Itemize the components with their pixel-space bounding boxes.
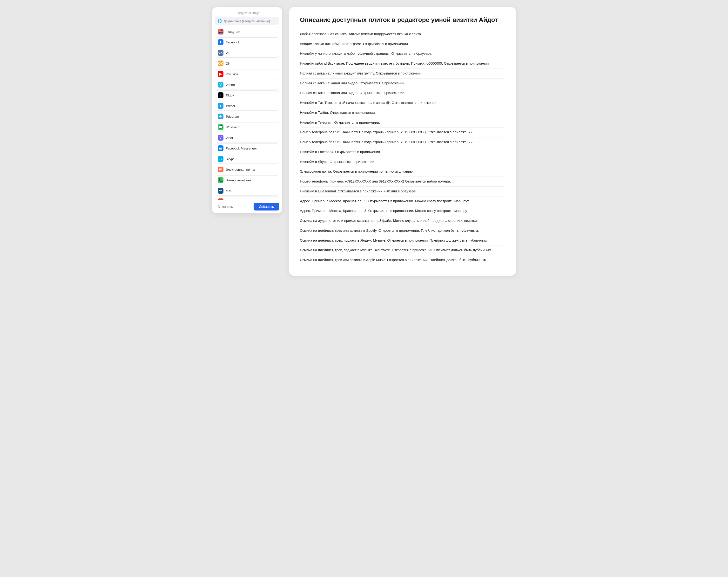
description-text: Никнейм в LiveJournal. Открывается в при…	[300, 189, 505, 194]
lj-icon: ✏	[218, 188, 224, 194]
description-text: Ссылка на плейлист, трек, подкаст в Музы…	[300, 248, 505, 253]
telegram-label: Telegram	[226, 115, 239, 118]
description-row: Ссылка на плейлист, трек или артиста в A…	[300, 255, 505, 265]
list-item-twitter[interactable]: tTwitter	[215, 101, 279, 111]
description-text: Любая произвольная ссылка. Автоматически…	[300, 32, 505, 37]
description-row: Никнейм в Twitter. Открывается в приложе…	[300, 108, 505, 118]
description-text: Полная ссылка на канал или видео. Открыв…	[300, 81, 505, 86]
description-row: Никнейм в Telegram. Открывается в прилож…	[300, 118, 505, 128]
description-row: Полная ссылка на канал или видео. Открыв…	[300, 88, 505, 98]
facebook-label: Facebook	[226, 41, 240, 44]
list-item-email[interactable]: ✉Электронная почта	[215, 165, 279, 174]
fbmessenger-label: Facebook Messenger	[226, 147, 257, 150]
description-text: Номер телефона без "+". Начинается с код…	[300, 130, 505, 135]
tiktok-label: Tiktok	[226, 94, 234, 97]
description-text: Никнейм в Telegram. Открывается в прилож…	[300, 120, 505, 125]
viber-label: Viber	[226, 136, 233, 140]
description-row: Полная ссылка на личный аккаунт или груп…	[300, 69, 505, 79]
description-text: Никнейм в Skype. Открывается в приложени…	[300, 159, 505, 165]
list-item-lj[interactable]: ✏ЖЖ	[215, 186, 279, 196]
url-input-row: 🌐	[215, 17, 279, 25]
description-row: Никнейм в Facebook. Открывается в прилож…	[300, 147, 505, 157]
url-input[interactable]	[224, 19, 277, 23]
description-text: Вводим только никнейм в инстаграме. Откр…	[300, 42, 505, 47]
description-row: Номер телефона без "+". Начинается с код…	[300, 137, 505, 147]
vk-icon: VK	[218, 50, 224, 56]
list-item-fbmessenger[interactable]: mFacebook Messenger	[215, 144, 279, 153]
description-row: Ссылка на плейлист, трек или артиста в S…	[300, 226, 505, 236]
vk-label: Vk	[226, 51, 230, 55]
description-text: Ссылка на аудиопоток или прямая ссылка н…	[300, 218, 505, 224]
items-list: 📷InstagramfFacebookVKVkOKOK▶YouTubeVVime…	[215, 27, 279, 200]
description-row: Никнейм в Skype. Открывается в приложени…	[300, 157, 505, 167]
list-item-ok[interactable]: OKOK	[215, 58, 279, 68]
list-item-youtube[interactable]: ▶YouTube	[215, 69, 279, 79]
description-text: Полная ссылка на канал или видео. Открыв…	[300, 91, 505, 96]
ok-label: OK	[226, 62, 230, 65]
whatsapp-icon: 💬	[218, 124, 224, 130]
twitter-label: Twitter	[226, 104, 235, 108]
description-row: Никнейм либо id Вконтакте. Последнее вво…	[300, 59, 505, 69]
phone-label: Номер телефона	[226, 178, 252, 182]
description-row: Любая произвольная ссылка. Автоматически…	[300, 29, 505, 39]
cancel-button[interactable]: Отменить	[215, 203, 235, 210]
list-item-telegram[interactable]: ✈Telegram	[215, 111, 279, 121]
tiktok-icon: ♪	[218, 92, 224, 98]
list-item-phone[interactable]: 📞Номер телефона	[215, 175, 279, 185]
description-text: Номер телефона без "+". Начинается с код…	[300, 140, 505, 145]
facebook-icon: f	[218, 39, 224, 45]
right-panel: Описание доступных плиток в редакторе ум…	[289, 7, 516, 276]
description-text: Ссылка на плейлист, трек или артиста в S…	[300, 228, 505, 233]
vimeo-label: Vimeo	[226, 83, 235, 86]
description-text: Полная ссылка на личный аккаунт или груп…	[300, 71, 505, 76]
instagram-label: Instagram	[226, 30, 240, 33]
twitter-icon: t	[218, 103, 224, 109]
skype-label: Skype	[226, 157, 235, 161]
list-item-tiktok[interactable]: ♪Tiktok	[215, 91, 279, 100]
list-item-facebook[interactable]: fFacebook	[215, 37, 279, 47]
ok-icon: OK	[218, 60, 224, 66]
list-item-googlemaps[interactable]: 📍Google Maps	[215, 197, 279, 200]
description-row: Номер телефона. (пример: +7912XXXXXXX ил…	[300, 177, 505, 186]
email-label: Электронная почта	[226, 168, 255, 171]
description-row: Ссылка на аудиопоток или прямая ссылка н…	[300, 216, 505, 226]
description-list: Любая произвольная ссылка. Автоматически…	[300, 29, 505, 265]
description-text: Адрес. Пример: г. Москва, Красная пл., 3…	[300, 199, 505, 204]
list-item-whatsapp[interactable]: 💬Whatsapp	[215, 122, 279, 132]
youtube-label: YouTube	[226, 72, 238, 76]
description-text: Ссылка на плейлист, трек, подкаст в Янде…	[300, 238, 505, 243]
fbmessenger-icon: m	[218, 145, 224, 151]
globe-icon: 🌐	[217, 19, 222, 23]
description-text: Номер телефона. (пример: +7912XXXXXXX ил…	[300, 179, 505, 184]
description-row: Никнейм у личного аккаунта либо публично…	[300, 49, 505, 59]
description-row: Адрес. Пример: г. Москва, Красная пл., 3…	[300, 197, 505, 206]
skype-icon: S	[218, 156, 224, 162]
list-item-instagram[interactable]: 📷Instagram	[215, 27, 279, 36]
list-item-viber[interactable]: VViber	[215, 133, 279, 143]
vimeo-icon: V	[218, 82, 224, 87]
description-text: Адрес. Пример: г. Москва, Красная пл., 3…	[300, 208, 505, 214]
email-icon: ✉	[218, 167, 224, 172]
description-row: Номер телефона без "+". Начинается с код…	[300, 128, 505, 137]
description-text: Никнейм либо id Вконтакте. Последнее вво…	[300, 61, 505, 66]
description-row: Ссылка на плейлист, трек, подкаст в Янде…	[300, 236, 505, 246]
description-row: Электронная почта. Открывается в приложе…	[300, 167, 505, 177]
panel-title: Введите ссылку	[215, 11, 279, 15]
add-button[interactable]: Добавить	[254, 203, 279, 210]
description-text: Никнейм в Тик-Токе, котрый начинается по…	[300, 100, 505, 106]
googlemaps-icon: 📍	[218, 198, 224, 200]
viber-icon: V	[218, 135, 224, 141]
instagram-icon: 📷	[218, 29, 224, 34]
lj-label: ЖЖ	[226, 189, 232, 193]
description-text: Электронная почта. Открывается в приложе…	[300, 169, 505, 174]
list-item-vimeo[interactable]: VVimeo	[215, 80, 279, 90]
description-row: Адрес. Пример: г. Москва, Красная пл., 3…	[300, 206, 505, 216]
description-text: Никнейм в Twitter. Открывается в приложе…	[300, 110, 505, 116]
youtube-icon: ▶	[218, 71, 224, 77]
description-row: Полная ссылка на канал или видео. Открыв…	[300, 79, 505, 89]
whatsapp-label: Whatsapp	[226, 125, 240, 129]
description-row: Никнейм в LiveJournal. Открывается в при…	[300, 186, 505, 197]
list-item-vk[interactable]: VKVk	[215, 48, 279, 58]
list-item-skype[interactable]: SSkype	[215, 154, 279, 164]
description-row: Никнейм в Тик-Токе, котрый начинается по…	[300, 98, 505, 108]
